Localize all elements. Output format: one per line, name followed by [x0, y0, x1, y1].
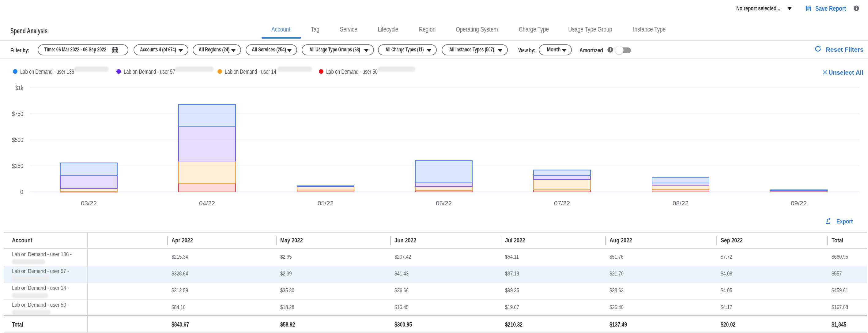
svg-text:09/22: 09/22	[791, 200, 807, 207]
svg-text:08/22: 08/22	[673, 200, 688, 207]
svg-text:$500: $500	[12, 136, 23, 143]
svg-text:04/22: 04/22	[199, 200, 215, 207]
svg-text:$750: $750	[12, 110, 23, 117]
svg-text:03/22: 03/22	[81, 200, 97, 207]
svg-text:0: 0	[20, 189, 23, 195]
svg-text:06/22: 06/22	[436, 200, 452, 207]
svg-text:$250: $250	[12, 163, 23, 169]
svg-text:05/22: 05/22	[318, 200, 334, 207]
svg-text:07/22: 07/22	[554, 200, 570, 207]
svg-text:$1k: $1k	[15, 85, 24, 91]
